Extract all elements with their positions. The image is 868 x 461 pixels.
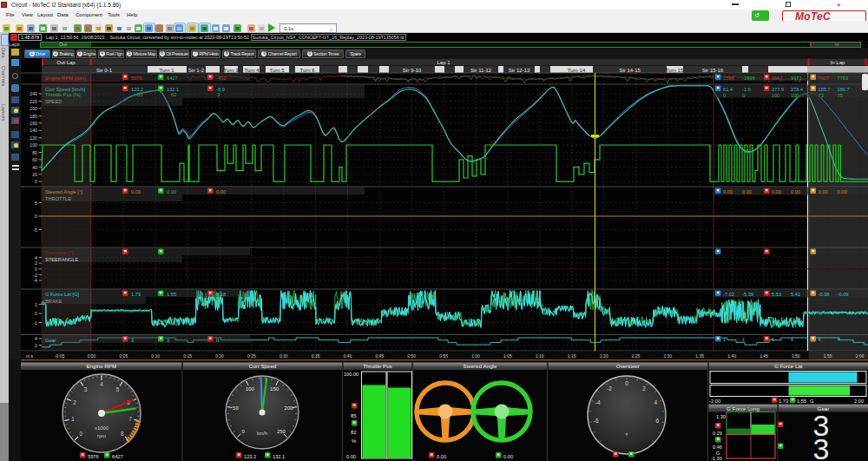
svg-text:0.00: 0.00 xyxy=(819,189,828,194)
svg-text:-1: -1 xyxy=(33,320,37,326)
svg-text:40: 40 xyxy=(32,165,37,170)
svg-text:1:10: 1:10 xyxy=(536,353,544,359)
svg-text:2: 2 xyxy=(642,385,646,392)
svg-text:Steered Angle [°]: Steered Angle [°] xyxy=(45,189,82,194)
svg-text:4: 4 xyxy=(819,337,821,342)
svg-text:5976: 5976 xyxy=(88,454,99,459)
svg-text:0: 0 xyxy=(742,93,745,98)
svg-text:6: 6 xyxy=(655,418,659,424)
svg-text:1.55: 1.55 xyxy=(797,398,806,404)
svg-text:0:55: 0:55 xyxy=(439,353,448,359)
svg-text:1:00: 1:00 xyxy=(471,353,480,359)
svg-text:6: 6 xyxy=(772,337,774,342)
svg-text:160: 160 xyxy=(30,121,37,126)
svg-text:0.00: 0.00 xyxy=(791,189,800,194)
svg-text:150: 150 xyxy=(270,386,279,392)
svg-text:5: 5 xyxy=(116,386,120,392)
svg-text:4: 4 xyxy=(35,255,37,260)
svg-text:Engine RPM: Engine RPM xyxy=(86,363,116,369)
svg-text:1: 1 xyxy=(742,337,745,342)
svg-text:0:10: 0:10 xyxy=(151,353,160,359)
svg-text:Gear: Gear xyxy=(45,338,56,343)
svg-text:186.7: 186.7 xyxy=(838,87,850,92)
svg-text:180: 180 xyxy=(30,114,37,119)
svg-text:1: 1 xyxy=(71,416,75,422)
svg-text:1568: 1568 xyxy=(723,76,734,81)
svg-text:140: 140 xyxy=(30,128,37,133)
svg-text:Str 0-1: Str 0-1 xyxy=(96,68,113,73)
svg-text:0.00: 0.00 xyxy=(772,189,781,194)
svg-text:0: 0 xyxy=(35,267,37,272)
svg-text:6427: 6427 xyxy=(112,454,123,459)
svg-text:-1.30: -1.30 xyxy=(711,456,722,461)
svg-text:0: 0 xyxy=(35,311,37,316)
svg-text:85: 85 xyxy=(351,413,357,418)
svg-text:Lap 1: Lap 1 xyxy=(437,60,450,65)
svg-text:4: 4 xyxy=(100,381,103,387)
svg-text:1:35: 1:35 xyxy=(695,353,704,359)
svg-text:5976: 5976 xyxy=(131,76,142,81)
svg-text:-6: -6 xyxy=(594,418,599,424)
svg-text:8: 8 xyxy=(121,431,124,437)
svg-text:4: 4 xyxy=(35,336,37,341)
svg-text:0: 0 xyxy=(216,338,219,343)
svg-text:100: 100 xyxy=(30,142,37,148)
svg-text:Throttle Pos [%]: Throttle Pos [%] xyxy=(45,92,81,97)
svg-text:0:05: 0:05 xyxy=(120,353,128,359)
svg-text:7: 7 xyxy=(128,416,132,422)
svg-text:-1.6: -1.6 xyxy=(742,87,751,92)
svg-text:7827: 7827 xyxy=(819,76,830,81)
svg-text:Throttle Pos: Throttle Pos xyxy=(363,363,391,369)
svg-text:0: 0 xyxy=(625,380,628,386)
svg-text:9971: 9971 xyxy=(791,76,802,81)
svg-text:0.00: 0.00 xyxy=(437,454,446,459)
svg-text:120: 120 xyxy=(30,135,37,141)
svg-text:0.00: 0.00 xyxy=(167,189,176,194)
svg-text:Str 1-2: Str 1-2 xyxy=(188,68,205,73)
svg-text:1:25: 1:25 xyxy=(632,353,641,359)
svg-text:-2.00: -2.00 xyxy=(709,398,720,404)
svg-text:0.00: 0.00 xyxy=(723,189,733,194)
svg-text:278.4: 278.4 xyxy=(791,87,803,92)
svg-text:Str 12-13: Str 12-13 xyxy=(509,68,530,73)
svg-text:82: 82 xyxy=(171,92,176,97)
svg-text:0: 0 xyxy=(35,179,37,184)
svg-text:1:50: 1:50 xyxy=(792,353,800,359)
svg-text:0.29: 0.29 xyxy=(713,431,722,436)
svg-text:-5: -5 xyxy=(33,227,37,233)
svg-text:1:05: 1:05 xyxy=(503,353,512,359)
svg-text:0:15: 0:15 xyxy=(183,353,192,359)
svg-text:1:55: 1:55 xyxy=(824,353,832,359)
svg-text:Turn 4: Turn 4 xyxy=(244,68,260,73)
svg-text:STEERANGLE: STEERANGLE xyxy=(45,257,78,262)
svg-text:1.73: 1.73 xyxy=(779,398,788,404)
svg-text:1:30: 1:30 xyxy=(663,353,672,359)
svg-text:0: 0 xyxy=(723,93,726,98)
svg-text:%: % xyxy=(352,438,357,444)
svg-text:-7.02: -7.02 xyxy=(723,292,734,297)
svg-text:-0.08: -0.08 xyxy=(819,292,830,297)
svg-text:85: 85 xyxy=(137,92,142,97)
svg-text:9967: 9967 xyxy=(772,76,783,81)
svg-text:3: 3 xyxy=(217,92,220,97)
svg-text:75: 75 xyxy=(838,93,843,98)
svg-text:Str 11-12: Str 11-12 xyxy=(470,68,492,73)
svg-text:100: 100 xyxy=(246,386,255,392)
svg-text:-452: -452 xyxy=(216,76,226,81)
svg-text:0.00: 0.00 xyxy=(346,454,356,459)
svg-text:240: 240 xyxy=(30,91,37,96)
svg-text:1: 1 xyxy=(723,337,726,342)
svg-text:G: G xyxy=(716,451,720,456)
svg-text:3: 3 xyxy=(167,338,169,343)
svg-text:60: 60 xyxy=(32,157,37,162)
svg-text:-0.09: -0.09 xyxy=(838,292,849,297)
svg-text:Str 9-10: Str 9-10 xyxy=(403,68,422,73)
svg-text:2: 2 xyxy=(73,399,76,405)
svg-text:Turn 1: Turn 1 xyxy=(159,68,174,73)
svg-text:Str 15-16: Str 15-16 xyxy=(702,68,724,73)
svg-text:1:45: 1:45 xyxy=(760,353,768,359)
svg-text:Out Lap: Out Lap xyxy=(56,60,76,65)
svg-text:-1999: -1999 xyxy=(742,76,755,81)
svg-text:-4: -4 xyxy=(33,278,37,283)
svg-text:220: 220 xyxy=(30,99,37,104)
